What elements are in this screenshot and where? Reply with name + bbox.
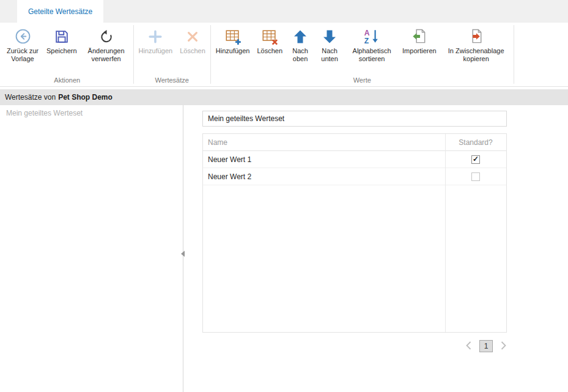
values-table: Name Standard? Neuer Wert 1 Neuer Wert 2 (202, 133, 507, 333)
arrow-up-icon (293, 27, 308, 46)
panel-collapse-handle[interactable] (181, 251, 185, 257)
previous-page-button[interactable] (465, 341, 472, 352)
sidebar-item-valueset[interactable]: Mein geteiltes Werteset (0, 105, 183, 121)
move-up-button[interactable]: Nach oben (287, 23, 314, 64)
column-header-name: Name (203, 138, 445, 147)
tab-label: Geteilte Wertesätze (28, 7, 92, 16)
button-label: Änderungen verwerfen (84, 47, 128, 63)
svg-text:Z: Z (364, 37, 369, 45)
tab-geteilte-wertesaetze[interactable]: Geteilte Wertesätze (17, 0, 103, 23)
sort-az-icon: A Z (363, 27, 380, 46)
standard-checkbox[interactable] (471, 172, 480, 181)
standard-cell (445, 155, 506, 164)
ribbon-group-label: Aktionen (2, 75, 132, 86)
table-row[interactable]: Neuer Wert 2 (203, 168, 506, 185)
button-label: Löschen (180, 47, 205, 55)
table-row[interactable]: Neuer Wert 1 (203, 151, 506, 168)
button-label: Hinzufügen (139, 47, 173, 55)
save-button[interactable]: Speichern (43, 23, 80, 56)
page-header-prefix: Wertesätze von (5, 93, 56, 102)
delete-value-button[interactable]: Löschen (254, 23, 286, 56)
add-valueset-button[interactable]: Hinzufügen (136, 23, 176, 56)
ribbon-group-label: Werte (212, 75, 512, 86)
plus-icon (147, 27, 163, 46)
button-label: Nach oben (290, 47, 311, 63)
back-circle-icon (15, 27, 31, 46)
import-icon (411, 27, 427, 46)
discard-changes-button[interactable]: Änderungen verwerfen (81, 23, 131, 64)
save-icon (54, 27, 70, 46)
button-label: Nach unten (318, 47, 341, 63)
valueset-editor: Name Standard? Neuer Wert 1 Neuer Wert 2 (183, 105, 568, 392)
button-label: Zurück zur Vorlage (6, 47, 39, 63)
current-page-number: 1 (484, 342, 489, 350)
table-add-icon (224, 27, 242, 46)
column-divider (445, 134, 446, 332)
standard-cell (445, 172, 506, 181)
ribbon-group-aktionen: Zurück zur Vorlage Speichern (1, 23, 133, 86)
sort-alphabetically-button[interactable]: A Z Alphabetisch sortieren (345, 23, 398, 64)
button-label: Alphabetisch sortieren (349, 47, 395, 63)
valueset-list-panel: Mein geteiltes Werteset (0, 105, 183, 392)
button-label: Löschen (257, 47, 282, 55)
map-name: Pet Shop Demo (58, 93, 112, 102)
button-label: Speichern (46, 47, 77, 55)
move-down-button[interactable]: Nach unten (315, 23, 344, 64)
delete-valueset-button[interactable]: Löschen (177, 23, 208, 56)
column-header-standard: Standard? (445, 138, 506, 147)
undo-icon (98, 27, 114, 46)
value-name-cell: Neuer Wert 2 (203, 172, 445, 181)
table-delete-icon (261, 27, 278, 46)
chevron-right-icon (500, 341, 507, 352)
ribbon-group-werte: Hinzufügen Löschen Nach (211, 23, 514, 86)
table-header-row: Name Standard? (203, 134, 506, 151)
ribbon-separator (514, 25, 514, 84)
ribbon: Zurück zur Vorlage Speichern (0, 23, 568, 87)
content: Mein geteiltes Werteset Name Standard? N… (0, 105, 568, 392)
next-page-button[interactable] (500, 341, 507, 352)
sidebar-item-label: Mein geteiltes Werteset (6, 109, 83, 117)
current-page-indicator[interactable]: 1 (479, 340, 493, 352)
chevron-left-icon (465, 341, 472, 352)
page-header: Wertesätze von Pet Shop Demo (0, 89, 568, 105)
add-value-button[interactable]: Hinzufügen (213, 23, 253, 56)
tab-bar: Geteilte Wertesätze (0, 0, 568, 23)
button-label: Hinzufügen (216, 47, 250, 55)
arrow-down-icon (322, 27, 337, 46)
button-label: In Zwischenablage kopieren (444, 47, 509, 63)
ribbon-group-label: Wertesätze (135, 75, 209, 86)
back-to-template-button[interactable]: Zurück zur Vorlage (3, 23, 42, 64)
pagination: 1 (202, 340, 507, 352)
button-label: Importieren (402, 47, 437, 55)
value-name-cell: Neuer Wert 1 (203, 155, 445, 164)
copy-to-clipboard-icon (468, 27, 484, 46)
valueset-name-input[interactable] (202, 111, 507, 127)
delete-x-icon (185, 27, 200, 46)
standard-checkbox[interactable] (471, 155, 480, 164)
ribbon-group-wertesaetze: Hinzufügen Löschen Wertesätze (134, 23, 210, 86)
import-button[interactable]: Importieren (399, 23, 440, 56)
copy-to-clipboard-button[interactable]: In Zwischenablage kopieren (441, 23, 512, 64)
